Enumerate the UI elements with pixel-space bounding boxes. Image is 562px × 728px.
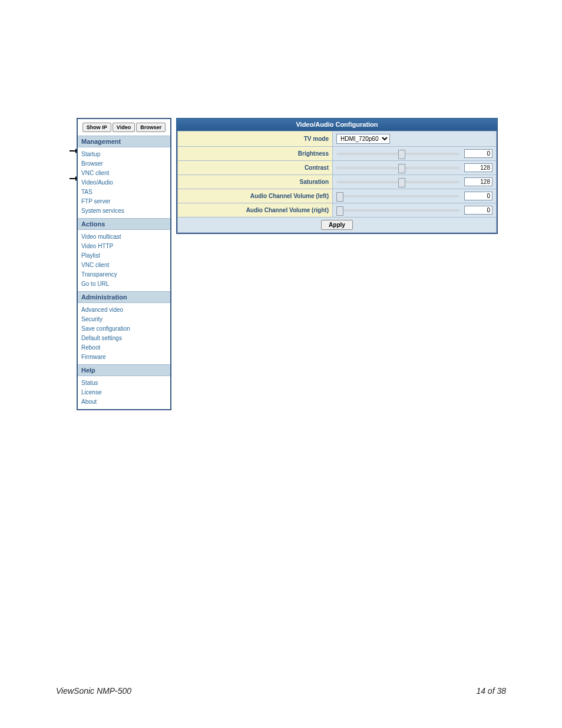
link-vnc-client-action[interactable]: VNC client [81,261,167,270]
page-footer: ViewSonic NMP-500 14 of 38 [56,686,506,696]
brightness-thumb[interactable] [398,150,405,159]
administration-links: Advanced video Security Save configurati… [78,303,170,364]
audio-right-input[interactable] [464,206,492,215]
link-default-settings[interactable]: Default settings [81,334,167,343]
saturation-input[interactable] [464,177,492,186]
link-vnc-client[interactable]: VNC client [81,169,167,178]
audio-left-thumb[interactable] [336,192,343,202]
link-tas[interactable]: TAS [81,187,167,197]
link-license[interactable]: License [81,388,167,397]
audio-left-label: Audio Channel Volume (left) [178,189,333,203]
link-video-multicast[interactable]: Video multicast [81,232,167,242]
section-administration: Administration [78,291,170,303]
link-playlist[interactable]: Playlist [81,251,167,261]
link-video-audio[interactable]: Video/Audio [81,178,167,187]
saturation-label: Saturation [178,175,333,189]
management-links: Startup Browser VNC client Video/Audio T… [78,147,170,218]
audio-right-slider[interactable] [336,209,459,212]
link-ftp-server[interactable]: FTP server [81,197,167,206]
contrast-input[interactable] [464,163,492,172]
tvmode-label: TV mode [178,131,333,147]
brightness-slider[interactable] [336,153,459,155]
link-goto-url[interactable]: Go to URL [81,279,167,289]
section-help: Help [78,364,170,376]
brightness-label: Brightness [178,147,333,161]
show-ip-button[interactable]: Show IP [82,123,111,132]
contrast-thumb[interactable] [398,164,405,173]
sidebar: Show IP Video Browser Management Startup… [77,118,171,410]
link-browser[interactable]: Browser [81,159,167,169]
contrast-label: Contrast [178,161,333,175]
admin-ui-screenshot: Show IP Video Browser Management Startup… [77,118,498,410]
link-reboot[interactable]: Reboot [81,343,167,353]
link-security[interactable]: Security [81,315,167,324]
help-links: Status License About [78,376,170,409]
saturation-slider[interactable] [336,181,459,183]
link-status[interactable]: Status [81,378,167,388]
link-startup[interactable]: Startup [81,150,167,159]
contrast-slider[interactable] [336,167,459,169]
apply-button[interactable]: Apply [321,220,353,230]
audio-right-thumb[interactable] [336,206,343,216]
footer-product: ViewSonic NMP-500 [56,686,131,696]
brightness-input[interactable] [464,149,492,158]
link-transparency[interactable]: Transparency [81,270,167,279]
saturation-thumb[interactable] [398,178,405,187]
section-actions: Actions [78,218,170,230]
tvmode-select[interactable]: HDMI_720p60 [336,134,390,144]
link-system-services[interactable]: System services [81,206,167,216]
link-save-configuration[interactable]: Save configuration [81,324,167,334]
panel-title: Video/Audio Configuration [176,118,498,131]
actions-links: Video multicast Video HTTP Playlist VNC … [78,230,170,291]
footer-page: 14 of 38 [476,686,506,696]
section-management: Management [78,136,170,147]
audio-right-label: Audio Channel Volume (right) [178,203,333,218]
audio-left-input[interactable] [464,192,492,200]
audio-left-slider[interactable] [336,195,459,197]
video-button[interactable]: Video [113,123,135,132]
link-firmware[interactable]: Firmware [81,353,167,362]
browser-button[interactable]: Browser [136,123,166,132]
link-video-http[interactable]: Video HTTP [81,242,167,251]
link-about[interactable]: About [81,397,167,407]
link-advanced-video[interactable]: Advanced video [81,305,167,315]
sidebar-top-buttons: Show IP Video Browser [78,119,170,136]
content-panel: Video/Audio Configuration TV mode HDMI_7… [176,118,498,234]
